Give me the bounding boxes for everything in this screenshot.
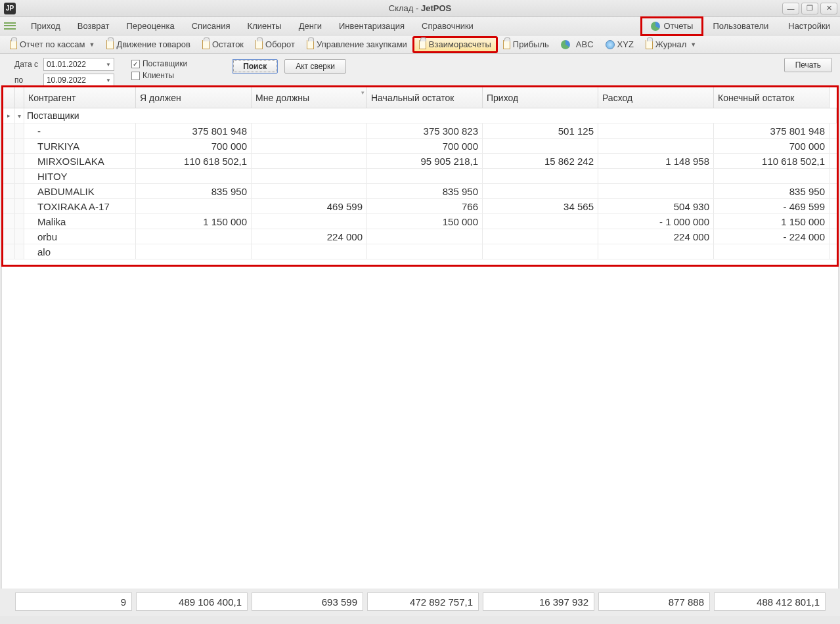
menu-prihod[interactable]: Приход <box>22 17 69 35</box>
cell-i-owe <box>136 244 252 259</box>
cell-start <box>367 229 483 244</box>
minimize-button[interactable]: — <box>782 3 799 14</box>
date-to-input[interactable]: 10.09.2022▼ <box>43 74 114 87</box>
cell-i-owe <box>136 199 252 213</box>
col-end-balance[interactable]: Конечный остаток <box>714 87 829 108</box>
menu-vozvrat[interactable]: Возврат <box>69 17 118 35</box>
menu-klienty[interactable]: Клиенты <box>239 17 290 35</box>
footer-count: 9 <box>15 592 132 611</box>
menu-spravochniki[interactable]: Справочники <box>413 17 482 35</box>
cell-contractor: TOXIRAKA A-17 <box>24 199 136 213</box>
maximize-button[interactable]: ❐ <box>801 3 818 14</box>
cell-owed <box>252 184 367 198</box>
cell-owed <box>252 123 367 138</box>
menu-inventarizaciya[interactable]: Инвентаризация <box>330 17 413 35</box>
tb-cash-report[interactable]: Отчет по кассам▼ <box>4 37 100 53</box>
date-to-label: по <box>14 76 38 85</box>
table-row[interactable]: HITOY <box>3 169 837 184</box>
table-row[interactable]: -375 801 948375 300 823501 125375 801 94… <box>3 123 837 139</box>
row-indicator <box>3 154 15 168</box>
menu-pereocenka[interactable]: Переоценка <box>118 17 183 35</box>
cell-contractor: HITOY <box>24 169 136 183</box>
table-row[interactable]: TOXIRAKA A-17469 59976634 565504 930- 46… <box>3 199 837 214</box>
row-spacer <box>15 199 24 213</box>
cell-end: - 469 599 <box>714 199 829 213</box>
footer-total-0: 489 106 400,1 <box>136 592 248 611</box>
tb-remainder[interactable]: Остаток <box>196 37 250 53</box>
table-row[interactable]: Malika1 150 000150 000- 1 000 0001 150 0… <box>3 214 837 229</box>
search-button[interactable]: Поиск <box>232 59 278 74</box>
date-from-input[interactable]: 01.01.2022▼ <box>43 58 114 71</box>
filterbar: Дата с 01.01.2022▼ по 10.09.2022▼ ✓Поста… <box>0 54 840 85</box>
tb-purchasing[interactable]: Управление закупками <box>301 37 413 53</box>
table-row[interactable]: MIRXOSILAKA110 618 502,195 905 218,115 8… <box>3 154 837 169</box>
cell-start: 95 905 218,1 <box>367 154 483 168</box>
print-button[interactable]: Печать <box>784 58 832 72</box>
clients-checkbox[interactable]: Клиенты <box>131 71 187 80</box>
cell-start: 375 300 823 <box>367 123 483 138</box>
table-row[interactable]: orbu224 000224 000- 224 000 <box>3 229 837 244</box>
tb-turnover[interactable]: Оборот <box>250 37 301 53</box>
clipboard-icon <box>202 40 210 49</box>
cell-owed <box>252 169 367 183</box>
col-i-owe[interactable]: Я должен <box>136 87 252 108</box>
app-icon: JP <box>4 3 16 14</box>
tb-abc[interactable]: ABC <box>555 37 600 53</box>
tb-movement[interactable]: Движение товаров <box>100 37 196 53</box>
cell-i-owe: 700 000 <box>136 139 252 153</box>
menu-reports[interactable]: Отчеты <box>641 17 703 35</box>
col-income[interactable]: Приход <box>483 87 598 108</box>
cell-end: 375 801 948 <box>714 123 829 138</box>
footer-total-3: 16 397 932 <box>483 592 594 611</box>
globe-icon <box>606 40 615 49</box>
suppliers-checkbox[interactable]: ✓Поставщики <box>131 59 187 68</box>
expand-header <box>15 87 24 108</box>
collapse-icon[interactable]: ▾ <box>15 108 24 123</box>
cell-end: - 224 000 <box>714 229 829 244</box>
cell-income <box>483 244 598 259</box>
row-indicator <box>3 244 15 259</box>
menu-settings[interactable]: Настройки <box>778 17 840 35</box>
table-header: Контрагент Я должен Мне должны▾ Начальны… <box>3 87 837 108</box>
tb-settlements[interactable]: Взаиморасчеты <box>413 37 497 53</box>
totals-footer: 9 489 106 400,1 693 599 472 892 757,1 16… <box>0 589 840 616</box>
col-start-balance[interactable]: Начальный остаток <box>367 87 483 108</box>
cell-start: 766 <box>367 199 483 213</box>
row-indicator <box>3 169 15 183</box>
clipboard-icon <box>255 40 263 49</box>
row-spacer <box>15 214 24 229</box>
menu-users[interactable]: Пользователи <box>703 17 778 35</box>
cell-end <box>714 169 829 183</box>
table-row[interactable]: ABDUMALIK835 950835 950835 950 <box>3 184 837 199</box>
tb-profit[interactable]: Прибыль <box>497 37 555 53</box>
row-spacer <box>15 229 24 244</box>
cell-i-owe: 110 618 502,1 <box>136 154 252 168</box>
row-spacer <box>15 184 24 198</box>
menu-spisaniya[interactable]: Списания <box>183 17 239 35</box>
row-spacer <box>15 123 24 138</box>
group-row[interactable]: ▸ ▾ Поставщики <box>3 108 837 123</box>
table-row[interactable]: TURKIYA700 000700 000700 000 <box>3 139 837 154</box>
row-indicator <box>3 139 15 153</box>
menu-dengi[interactable]: Денги <box>290 17 330 35</box>
act-button[interactable]: Акт сверки <box>284 59 346 74</box>
col-contractor[interactable]: Контрагент <box>24 87 136 108</box>
clipboard-icon <box>419 40 426 49</box>
pie-icon <box>561 40 570 49</box>
cell-expense: - 1 000 000 <box>598 214 714 229</box>
cell-owed <box>252 154 367 168</box>
cell-income: 501 125 <box>483 123 598 138</box>
col-expense[interactable]: Расход <box>598 87 714 108</box>
tb-xyz[interactable]: XYZ <box>600 37 640 53</box>
close-button[interactable]: ✕ <box>820 3 837 14</box>
table-row[interactable]: alo <box>3 244 837 259</box>
row-indicator <box>3 199 15 213</box>
cell-start <box>367 244 483 259</box>
filter-icon[interactable]: ▾ <box>361 89 365 96</box>
cell-expense <box>598 184 714 198</box>
col-owed-to-me[interactable]: Мне должны▾ <box>252 87 367 108</box>
tb-journal[interactable]: Журнал▼ <box>640 37 702 53</box>
row-spacer <box>15 154 24 168</box>
empty-area <box>1 267 839 589</box>
hamburger-icon[interactable] <box>4 20 16 32</box>
